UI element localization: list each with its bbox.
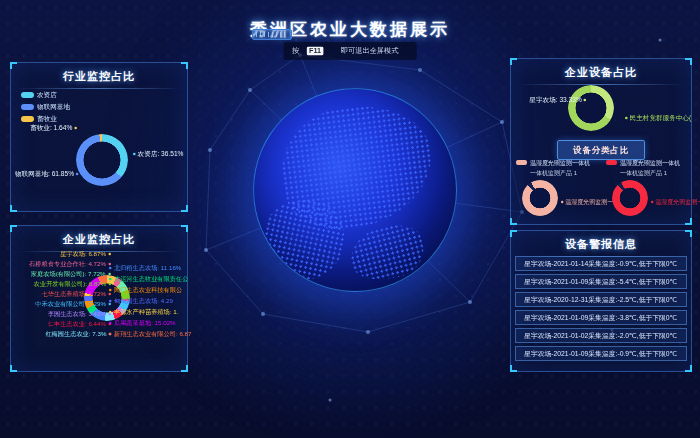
label-dot: [76, 173, 79, 176]
label-dot: [74, 127, 77, 130]
device-class-donut-2[interactable]: [612, 180, 648, 216]
legend-item[interactable]: 温湿度光照监测一体机: [516, 158, 604, 167]
f11-key-badge: F11: [307, 47, 323, 56]
alarm-list: 星宇农场-2021-01-14采集温度:-0.9℃,低于下限0℃ 星宇农场-20…: [515, 256, 687, 361]
alarm-item: 星宇农场-2021-01-09采集温度:-0.9℃,低于下限0℃: [515, 346, 687, 361]
legend-swatch: [606, 160, 617, 165]
fullscreen-hint: 按 F11 即可退出全屏模式: [284, 42, 417, 60]
device-class-callout: 温湿度光照监测一…: [651, 198, 700, 206]
legend-label: 畜牧业: [37, 114, 57, 123]
enterprise-label: 石桥粮食专业合作社: 4.72%: [29, 261, 111, 267]
enterprise-label: 仁丰生态农业: 6.44%: [48, 321, 111, 327]
device-class-title-chip: 设备分类占比: [557, 140, 645, 160]
enterprise-label: 农业开发有限公司): 6.87%: [33, 281, 111, 287]
legend-label: 温湿度光照监测一体机: [530, 158, 590, 166]
enterprise-label: 瓜果蔬菜基地: 15.02%: [109, 320, 176, 326]
enterprise-label: 中禾农业有限公司: 7.29%: [35, 301, 111, 307]
enterprise-label: 新翔生态农业有限公司: 6.87: [109, 331, 191, 337]
enterprise-label: 红梅园生态农业: 7.3%: [45, 331, 111, 337]
legend-swatch: [21, 116, 34, 122]
industry-legend: 农资店 物联网基地 畜牧业: [21, 90, 87, 123]
hint-prefix: 按: [292, 46, 299, 56]
panel-title-enterprise: 企业监控占比: [11, 232, 187, 247]
enterprise-label: 丰源水产种苗养殖场: 1.: [109, 309, 178, 315]
enterprise-label: 大运河生态牧业有限责任公: [109, 276, 188, 282]
enterprise-labels-right: 北归稻生态农场: 11.16% 大运河生态牧业有限责任公 陶门生态农业科技有限公…: [109, 263, 187, 339]
divider: [517, 84, 685, 85]
legend-swatch: [21, 104, 34, 110]
device-class-donut-1[interactable]: [522, 180, 558, 216]
enterprise-label: 北归稻生态农场: 11.16%: [109, 265, 181, 271]
label-dot: [625, 117, 628, 120]
enterprise-label: 星宇农场: 6.87%: [60, 251, 111, 257]
divider: [17, 88, 181, 89]
legend-swatch: [516, 160, 527, 165]
legend-item[interactable]: 农资店: [21, 90, 87, 99]
alarm-item: 星宇农场-2020-12-31采集温度:-2.5℃,低于下限0℃: [515, 292, 687, 307]
industry-label-agristore: 农资店: 36.51%: [131, 149, 183, 158]
brand-logo-icon: [252, 29, 292, 40]
industry-monitor-panel: 行业监控占比 农资店 物联网基地 畜牧业 畜牧业: 1.64% 农资店: 36.…: [10, 62, 188, 212]
legend-label: 物联网基地: [37, 102, 70, 111]
alarm-item: 星宇农场-2021-01-09采集温度:-5.4℃,低于下限0℃: [515, 274, 687, 289]
enterprise-label: 七华生态养殖场: 1.72%: [42, 291, 111, 297]
device-class-group-1: 温湿度光照监测一体机 一体机监测产品 1 温湿度光照监测一…: [516, 158, 604, 222]
legend-item[interactable]: 畜牧业: [21, 114, 87, 123]
enterprise-label: 家庭农场(有限公司): 7.72%: [31, 271, 111, 277]
enterprise-monitor-panel: 企业监控占比 星宇农场: 6.87% 石桥粮食专业合作社: 4.72% 家庭农场…: [10, 225, 188, 372]
legend-swatch: [21, 92, 34, 98]
enterprise-label: 甸甸园生态农场: 4.29: [109, 298, 173, 304]
legend-item[interactable]: 温湿度光照监测一体机: [606, 158, 694, 167]
industry-label-iot-base: 物联网基地: 61.85%: [15, 169, 81, 178]
equipment-donut-chart[interactable]: [568, 85, 614, 131]
enterprise-label: 李园生态农场: 3.42%: [48, 311, 111, 317]
equipment-label-minzhu: 民主村党群服务中心(: [623, 113, 691, 122]
panel-title-alarms: 设备警报信息: [511, 237, 691, 252]
industry-donut-chart[interactable]: [76, 134, 128, 186]
dashboard: 秀洲区农业大数据展示 按 F11 即可退出全屏模式 行业监控占比 农资店 物联网…: [0, 0, 700, 438]
globe-visualization: [253, 88, 457, 292]
device-class-group-2: 温湿度光照监测一体机 一体机监测产品 1 温湿度光照监测一…: [606, 158, 694, 222]
header: 秀洲区农业大数据展示 按 F11 即可退出全屏模式: [0, 0, 700, 41]
alarm-item: 星宇农场-2021-01-14采集温度:-0.9℃,低于下限0℃: [515, 256, 687, 271]
alarm-panel: 设备警报信息 星宇农场-2021-01-14采集温度:-0.9℃,低于下限0℃ …: [510, 230, 692, 372]
hint-suffix: 即可退出全屏模式: [341, 46, 399, 56]
panel-title-industry: 行业监控占比: [11, 69, 187, 84]
equipment-label-xingyu: 星宇农场: 33.33%: [529, 95, 565, 104]
alarm-item: 星宇农场-2021-01-02采集温度:-2.0℃,低于下限0℃: [515, 328, 687, 343]
legend-label: 农资店: [37, 90, 57, 99]
enterprise-label: 陶门生态农业科技有限公: [109, 287, 182, 293]
industry-label-livestock: 畜牧业: 1.64%: [30, 123, 79, 132]
device-class-sublabel: 一体机监测产品 1: [620, 169, 664, 174]
alarm-item: 星宇农场-2021-01-09采集温度:-3.8℃,低于下限0℃: [515, 310, 687, 325]
panel-title-equipment: 企业设备占比: [511, 65, 691, 80]
legend-label: 温湿度光照监测一体机: [620, 158, 680, 166]
equipment-panel: 企业设备占比 星宇农场: 33.33% 民主村党群服务中心( 设备分类占比 温湿…: [510, 58, 692, 225]
device-class-sublabel: 一体机监测产品 1: [530, 169, 574, 174]
legend-item[interactable]: 物联网基地: [21, 102, 87, 111]
enterprise-labels-left: 星宇农场: 6.87% 石桥粮食专业合作社: 4.72% 家庭农场(有限公司):…: [13, 249, 111, 339]
label-dot: [133, 153, 136, 156]
